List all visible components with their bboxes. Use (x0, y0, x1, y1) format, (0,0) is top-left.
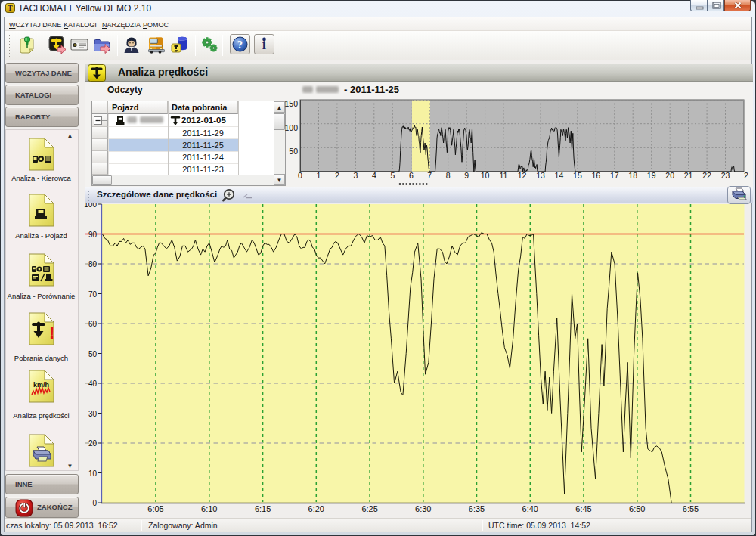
svg-text:16: 16 (591, 171, 600, 180)
svg-text:6:45: 6:45 (575, 504, 591, 513)
svg-text:7: 7 (427, 171, 432, 180)
svg-text:?: ? (237, 39, 243, 51)
svg-text:8: 8 (446, 171, 451, 180)
svg-text:6: 6 (409, 171, 414, 180)
svg-text:2: 2 (335, 171, 339, 180)
svg-text:3: 3 (353, 171, 358, 180)
svg-text:20: 20 (88, 439, 98, 448)
svg-text:4: 4 (372, 171, 376, 180)
svg-text:6:40: 6:40 (522, 504, 538, 513)
svg-text:17: 17 (610, 171, 619, 180)
svg-text:18: 18 (628, 171, 637, 180)
svg-text:13: 13 (536, 171, 545, 180)
svg-text:40: 40 (88, 380, 98, 388)
svg-text:!: ! (49, 324, 54, 342)
svg-text:12: 12 (518, 171, 527, 180)
svg-text:15: 15 (573, 171, 582, 180)
svg-text:23: 23 (721, 171, 730, 180)
svg-text:100: 100 (84, 203, 97, 209)
svg-text:1: 1 (317, 171, 321, 180)
svg-text:6:30: 6:30 (415, 504, 431, 513)
svg-text:6:25: 6:25 (361, 504, 377, 513)
svg-text:14: 14 (555, 171, 564, 180)
svg-text:6:15: 6:15 (255, 504, 271, 513)
svg-text:0: 0 (92, 499, 97, 507)
svg-text:6:20: 6:20 (308, 504, 324, 513)
svg-text:30: 30 (88, 410, 98, 418)
svg-text:6:05: 6:05 (147, 504, 163, 513)
svg-text:6:10: 6:10 (201, 504, 217, 513)
svg-text:100: 100 (284, 123, 298, 132)
svg-text:km/h: km/h (33, 381, 49, 389)
svg-text:60: 60 (88, 320, 98, 328)
svg-text:10: 10 (481, 171, 490, 180)
svg-text:6:50: 6:50 (629, 504, 645, 513)
svg-text:50: 50 (289, 147, 298, 156)
svg-text:11: 11 (500, 171, 508, 180)
svg-text:22: 22 (702, 171, 711, 180)
svg-text:0: 0 (298, 171, 302, 180)
svg-text:80: 80 (88, 260, 98, 268)
svg-text:10: 10 (88, 469, 98, 478)
svg-text:50: 50 (88, 350, 98, 358)
svg-text:21: 21 (684, 171, 693, 180)
svg-text:19: 19 (647, 171, 656, 180)
svg-text:2: 2 (744, 171, 748, 180)
svg-text:20: 20 (665, 171, 674, 180)
svg-text:9: 9 (464, 171, 469, 180)
svg-text:150: 150 (284, 99, 298, 108)
svg-text:70: 70 (88, 290, 98, 299)
svg-text:90: 90 (88, 231, 98, 239)
svg-text:6:55: 6:55 (683, 504, 699, 513)
svg-text:5: 5 (390, 171, 395, 180)
svg-text:6:35: 6:35 (469, 504, 485, 513)
